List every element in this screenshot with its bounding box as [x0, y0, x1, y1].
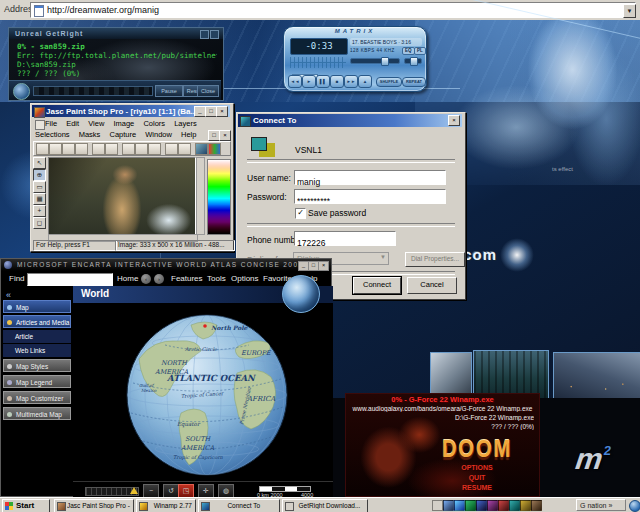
paintshop-titlebar[interactable]: Jasc Paint Shop Pro - [riya10 [1:1] (Ba.… — [32, 105, 230, 117]
tray-icon-1[interactable] — [432, 500, 443, 511]
winamp-skin-brand[interactable]: MATRIX — [284, 28, 426, 34]
tray-icon-8[interactable] — [509, 500, 520, 511]
balance-knob[interactable] — [410, 57, 418, 66]
tray-globe-icon[interactable] — [629, 500, 640, 512]
zoom-slider-knob[interactable] — [130, 487, 138, 494]
start-button[interactable]: Start — [2, 499, 50, 512]
minimize-icon[interactable] — [200, 30, 209, 39]
task-winamp[interactable]: Winamp 2.77 — [136, 499, 196, 512]
new-file-icon[interactable] — [36, 143, 49, 155]
redo-icon[interactable] — [105, 143, 118, 155]
home-button[interactable]: Home — [117, 274, 138, 283]
getright-titlebar[interactable]: Unreal GetRight — [9, 28, 223, 39]
tray-icon-7[interactable] — [498, 500, 509, 511]
tray-icon-10[interactable] — [531, 500, 542, 511]
sidebar-item-multimedia-map[interactable]: Multimedia Map — [3, 407, 71, 420]
menu-help[interactable]: Help — [181, 130, 196, 139]
globe-map[interactable]: North Pole Arctic Circle NORTH AMERICA E… — [125, 313, 289, 477]
gnation-toolbar[interactable]: G nation » — [576, 499, 626, 511]
chevron-down-icon[interactable]: ▼ — [380, 254, 386, 260]
options-button[interactable]: OPTIONS — [416, 464, 538, 471]
image-canvas[interactable] — [48, 157, 196, 235]
menu-colors[interactable]: Colors — [143, 119, 165, 128]
save-file-icon[interactable] — [62, 143, 75, 155]
dial-properties-button[interactable]: Dial Properties... — [405, 252, 465, 267]
close-download-button[interactable]: Close — [197, 85, 219, 97]
menu-image[interactable]: Image — [113, 119, 134, 128]
connect-button[interactable]: Connect — [353, 277, 401, 294]
previous-button[interactable]: ◄◄ — [288, 75, 302, 88]
menu-view[interactable]: View — [88, 119, 104, 128]
tray-icon-4[interactable] — [465, 500, 476, 511]
sidebar-item-weblinks[interactable]: Web Links — [3, 344, 71, 357]
playlist-button[interactable]: PL — [414, 47, 426, 55]
shape-tool[interactable]: ◻ — [33, 217, 46, 229]
download-titlebar[interactable]: 0% - G-Force 22 Winamp.exe — [346, 395, 539, 404]
close-doc-icon[interactable]: × — [219, 130, 231, 141]
select-tool[interactable]: ▭ — [33, 181, 46, 193]
resume-button[interactable]: RESUME — [416, 484, 538, 491]
menu-options[interactable]: Options — [231, 274, 259, 283]
phone-input[interactable] — [295, 237, 395, 250]
save-password-checkbox[interactable]: ✓ — [295, 208, 306, 219]
find-input-box[interactable] — [27, 273, 113, 286]
pause-button[interactable]: Pause — [155, 85, 183, 97]
encarta-titlebar[interactable]: MICROSOFT ENCARTA INTERACTIVE WORLD ATLA… — [1, 259, 331, 271]
eq-button[interactable]: EQ — [402, 47, 415, 55]
cancel-button[interactable]: Cancel — [407, 277, 457, 294]
sidebar-item-article[interactable]: Article — [3, 330, 71, 343]
phone-field[interactable] — [294, 231, 396, 246]
color-picker-panel[interactable] — [207, 159, 231, 235]
play-button[interactable]: ► — [302, 75, 316, 88]
find-label[interactable]: Find — [9, 274, 25, 283]
menu-selections[interactable]: Selections — [35, 130, 70, 139]
address-dropdown-button[interactable]: ▼ — [623, 4, 636, 18]
print-icon[interactable] — [75, 143, 88, 155]
menu-window[interactable]: Window — [145, 130, 172, 139]
crop-tool[interactable]: ▦ — [33, 193, 46, 205]
sidebar-item-map-styles[interactable]: Map Styles — [3, 359, 71, 372]
vertical-scrollbar[interactable] — [196, 157, 205, 235]
sidebar-item-map-legend[interactable]: Map Legend — [3, 375, 71, 388]
menu-tools[interactable]: Tools — [207, 274, 226, 283]
tray-icon-3[interactable] — [454, 500, 465, 511]
sidebar-collapse-button[interactable]: « — [6, 290, 11, 300]
document-icon[interactable] — [35, 120, 45, 130]
task-connect-to[interactable]: Connect To — [198, 499, 280, 512]
forward-icon[interactable]: › — [154, 274, 164, 284]
connect-titlebar[interactable]: Connect To × — [238, 114, 462, 127]
task-getright[interactable]: GetRight Download... — [282, 499, 368, 512]
tray-icon-9[interactable] — [520, 500, 531, 511]
tray-icon-5[interactable] — [476, 500, 487, 511]
volume-knob[interactable] — [381, 57, 389, 66]
menu-file[interactable]: File — [45, 119, 57, 128]
close-icon[interactable]: × — [318, 261, 329, 271]
zoom-slider[interactable] — [85, 487, 139, 496]
quit-button[interactable]: QUIT — [416, 474, 538, 481]
menu-masks[interactable]: Masks — [79, 130, 101, 139]
close-icon[interactable]: × — [216, 106, 228, 117]
open-file-icon[interactable] — [49, 143, 62, 155]
stop-button[interactable]: ■ — [330, 75, 344, 88]
map-view[interactable]: North Pole Arctic Circle NORTH AMERICA E… — [73, 303, 333, 481]
paste-icon[interactable] — [148, 143, 161, 155]
menu-capture[interactable]: Capture — [109, 130, 136, 139]
username-field[interactable] — [294, 170, 446, 185]
cut-icon[interactable] — [122, 143, 135, 155]
zoom-tool[interactable]: ⊕ — [33, 169, 46, 181]
palette-icon[interactable] — [208, 143, 221, 155]
password-input[interactable] — [295, 195, 445, 208]
volume-slider[interactable] — [350, 58, 400, 64]
username-input[interactable] — [295, 176, 445, 189]
eject-button[interactable]: ▲ — [358, 75, 372, 88]
sidebar-item-map[interactable]: Map — [3, 300, 71, 313]
move-tool[interactable]: + — [33, 205, 46, 217]
back-icon[interactable]: ‹ — [141, 274, 151, 284]
tray-icon-6[interactable] — [487, 500, 498, 511]
pause-button[interactable]: ▌▌ — [316, 75, 330, 88]
sidebar-item-map-customizer[interactable]: Map Customizer — [3, 391, 71, 404]
tray-icon-2[interactable] — [443, 500, 454, 511]
copy-icon[interactable] — [135, 143, 148, 155]
sidebar-item-articles[interactable]: Articles and Media — [3, 315, 71, 328]
balance-slider[interactable] — [404, 58, 422, 64]
